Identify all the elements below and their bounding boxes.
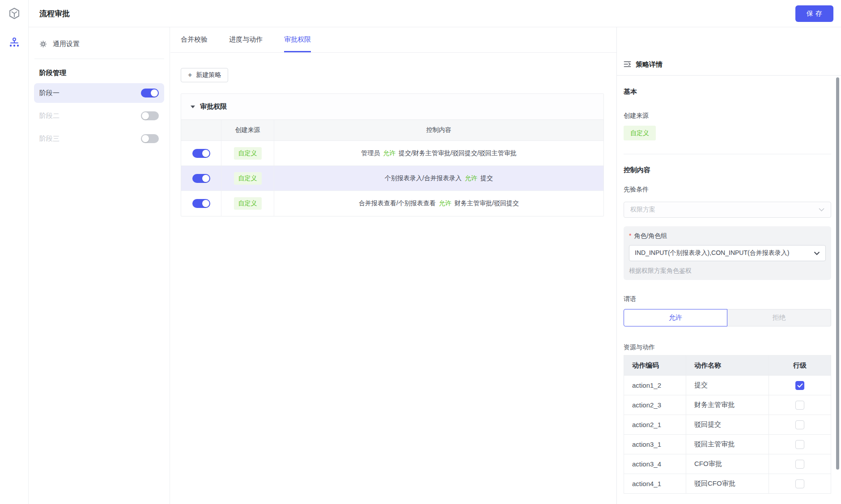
row-level-checkbox[interactable] — [795, 460, 804, 469]
sidebar-item-general-settings[interactable]: 通用设置 — [34, 35, 164, 53]
stage-toggle[interactable] — [141, 89, 159, 97]
policy-col-content: 控制内容 — [274, 120, 603, 140]
action-code: action2_3 — [624, 395, 686, 415]
policy-toggle[interactable] — [192, 199, 210, 208]
action-row: action4_1驳回CFO审批 — [624, 474, 831, 493]
detail-body: 基本 创建来源 自定义 控制内容 先验条件 权限方案 * 角色/角色组 IND_… — [617, 88, 841, 494]
policy-subject: 管理员 — [361, 149, 380, 157]
source-badge: 自定义 — [234, 197, 262, 210]
predicate-segmented-control: 允许拒绝 — [624, 309, 831, 326]
general-settings-label: 通用设置 — [53, 40, 80, 48]
policy-col-source: 创建来源 — [221, 120, 274, 140]
actions-col-code: 动作编码 — [624, 356, 686, 375]
policy-toggle[interactable] — [192, 174, 210, 183]
row-level-checkbox[interactable] — [795, 401, 804, 410]
policy-group-header: 审批权限 — [181, 94, 603, 120]
action-name: 驳回CFO审批 — [686, 474, 769, 493]
save-button[interactable]: 保存 — [795, 5, 833, 22]
sidebar-item-stage[interactable]: 阶段三 — [34, 129, 164, 148]
action-code: action3_4 — [624, 454, 686, 474]
policy-cell-source: 自定义 — [221, 191, 274, 216]
role-select-value: IND_INPUT(个别报表录入),CON_INPUT(合并报表录入) — [635, 249, 814, 257]
action-code: action1_2 — [624, 376, 686, 395]
precondition-select[interactable]: 权限方案 — [624, 202, 831, 218]
app-window: 流程审批 保存 通用设置 阶段管理 阶段一阶段二阶段三 合并校验进度与动作审批权… — [0, 0, 841, 504]
policy-row[interactable]: 自定义个别报表录入/合并报表录入允许提交 — [181, 166, 603, 191]
chevron-down-icon — [814, 251, 820, 255]
sidebar-divider — [34, 59, 164, 59]
app-rail — [0, 0, 29, 504]
policy-predicate: 允许 — [465, 174, 477, 182]
source-label: 创建来源 — [624, 112, 831, 119]
actions-table-body: action1_2提交action2_3财务主管审批action2_1驳回提交a… — [624, 375, 831, 493]
policy-actions: 提交 — [480, 174, 493, 182]
predicate-option[interactable]: 拒绝 — [727, 309, 831, 326]
collapse-caret-icon[interactable] — [191, 106, 195, 108]
action-rowlevel-cell — [769, 395, 831, 415]
detail-title: 策略详情 — [636, 60, 663, 68]
sidebar-item-stage[interactable]: 阶段一 — [34, 83, 164, 103]
row-level-checkbox[interactable] — [795, 381, 804, 390]
actions-table-header: 动作编码 动作名称 行级 — [624, 356, 831, 375]
policy-detail-panel: 策略详情 基本 创建来源 自定义 控制内容 先验条件 权限方案 * 角色/角色组 — [616, 27, 841, 504]
action-rowlevel-cell — [769, 415, 831, 434]
action-row: action3_4CFO审批 — [624, 454, 831, 474]
policy-toggle[interactable] — [192, 149, 210, 158]
policy-group-title: 审批权限 — [200, 102, 227, 111]
source-badge: 自定义 — [234, 172, 262, 185]
stage-toggle[interactable] — [141, 134, 159, 143]
action-row: action2_3财务主管审批 — [624, 395, 831, 415]
actions-col-name: 动作名称 — [686, 356, 769, 375]
action-code: action4_1 — [624, 474, 686, 493]
action-name: 驳回主管审批 — [686, 435, 769, 454]
tab-1[interactable]: 合并校验 — [181, 27, 208, 52]
tab-2[interactable]: 进度与动作 — [229, 27, 263, 52]
role-label-row: * 角色/角色组 — [629, 232, 826, 239]
predicate-label: 谓语 — [624, 295, 831, 302]
action-name: CFO审批 — [686, 454, 769, 474]
policy-cell-toggle — [181, 141, 221, 165]
source-value-badge: 自定义 — [624, 126, 656, 140]
action-name: 提交 — [686, 376, 769, 395]
policy-predicate: 允许 — [439, 199, 451, 208]
detail-list-icon — [623, 60, 632, 68]
policy-subject: 个别报表录入/合并报表录入 — [385, 174, 462, 182]
role-select[interactable]: IND_INPUT(个别报表录入),CON_INPUT(合并报表录入) — [629, 245, 826, 261]
workflow-nav-icon[interactable] — [8, 37, 21, 49]
policy-cell-toggle — [181, 166, 221, 191]
role-card: * 角色/角色组 IND_INPUT(个别报表录入),CON_INPUT(合并报… — [624, 226, 831, 280]
policy-row[interactable]: 自定义管理员允许提交/财务主管审批/驳回提交/驳回主管审批 — [181, 141, 603, 166]
sidebar-item-stage[interactable]: 阶段二 — [34, 106, 164, 126]
policy-predicate: 允许 — [383, 149, 395, 157]
sidebar: 通用设置 阶段管理 阶段一阶段二阶段三 — [29, 27, 170, 504]
policy-row[interactable]: 自定义合并报表查看/个别报表查看允许财务主管审批/驳回提交 — [181, 191, 603, 216]
action-rowlevel-cell — [769, 474, 831, 493]
approval-policy-table: 审批权限 创建来源 控制内容 自定义管理员允许提交/财务主管审批/驳回提交/驳回… — [181, 93, 604, 216]
stage-toggle[interactable] — [141, 111, 159, 120]
predicate-option[interactable]: 允许 — [624, 309, 727, 326]
control-heading: 控制内容 — [624, 166, 831, 174]
new-policy-button[interactable]: + 新建策略 — [181, 68, 228, 82]
action-code: action3_1 — [624, 435, 686, 454]
action-code: action2_1 — [624, 415, 686, 434]
action-row: action3_1驳回主管审批 — [624, 434, 831, 454]
detail-divider — [624, 154, 831, 154]
cube-app-icon[interactable] — [8, 7, 21, 20]
policy-cell-toggle — [181, 191, 221, 216]
policy-actions: 财务主管审批/驳回提交 — [454, 199, 519, 208]
action-rowlevel-cell — [769, 454, 831, 474]
tab-3[interactable]: 审批权限 — [284, 27, 311, 52]
precondition-label: 先验条件 — [624, 186, 831, 193]
policy-col-toggle — [181, 120, 221, 140]
basic-heading: 基本 — [624, 88, 831, 96]
stage-label: 阶段三 — [39, 135, 59, 143]
source-badge: 自定义 — [234, 147, 262, 160]
row-level-checkbox[interactable] — [795, 420, 804, 429]
panel-scrollbar-thumb[interactable] — [836, 77, 839, 470]
row-level-checkbox[interactable] — [795, 440, 804, 449]
policy-cell-content: 合并报表查看/个别报表查看允许财务主管审批/驳回提交 — [274, 191, 603, 216]
page-title: 流程审批 — [39, 8, 70, 19]
cube-icon — [8, 7, 21, 20]
row-level-checkbox[interactable] — [795, 479, 804, 488]
policy-cell-content: 个别报表录入/合并报表录入允许提交 — [274, 166, 603, 191]
